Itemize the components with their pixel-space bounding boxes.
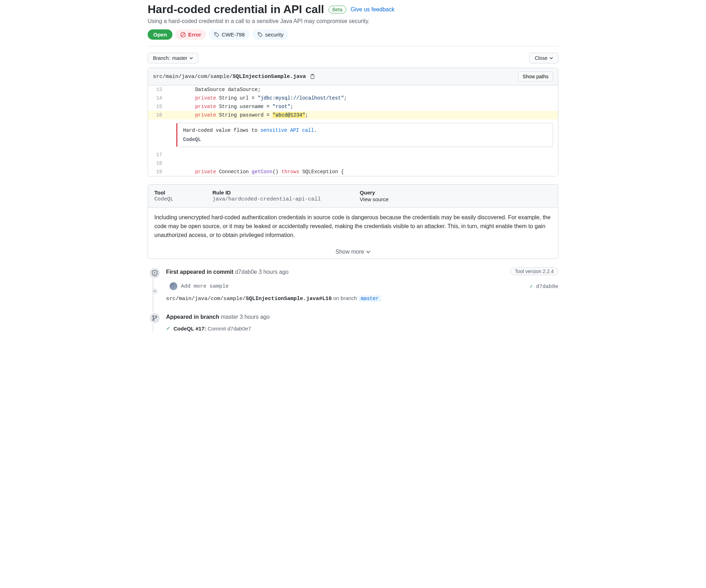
on-branch-text: on branch — [333, 295, 357, 301]
meta-tool: Tool CodeQL — [154, 190, 173, 202]
keyword: private — [195, 112, 216, 118]
code-text: ; — [290, 104, 293, 109]
indent — [171, 112, 195, 118]
code-text: String password = — [216, 112, 273, 118]
line-number: 16 — [148, 111, 168, 119]
indent — [171, 104, 195, 109]
svg-point-2 — [215, 33, 216, 34]
check-icon: ✓ — [530, 284, 533, 290]
chevron-down-icon — [366, 250, 370, 253]
commit-message[interactable]: Add more sample — [181, 283, 229, 289]
workflow-run[interactable]: ✓ CodeQL #17: Commit d7dab0e7 — [166, 325, 558, 332]
severity-badge: Error — [175, 29, 206, 40]
severity-text: Error — [188, 32, 201, 38]
view-source-link[interactable]: View source — [360, 196, 388, 202]
tool-version-badge: Tool version 2.2.4 — [510, 267, 558, 275]
tag-security[interactable]: security — [252, 29, 289, 40]
show-more-button[interactable]: Show more — [148, 245, 558, 259]
string: "root" — [273, 104, 290, 109]
commit-hash[interactable]: d7dab0e — [235, 269, 257, 275]
alert-box: Hard-coded value flows to sensitive API … — [176, 123, 553, 147]
code-text: Connection — [216, 169, 252, 175]
file-ref-prefix: src/main/java/com/sample/ — [166, 296, 246, 302]
alert-tool: CodeQL — [183, 137, 547, 142]
copy-path-button[interactable] — [309, 74, 315, 79]
file-name: SQLInjectionSample.java — [233, 74, 306, 80]
svg-line-1 — [182, 33, 185, 36]
no-entry-icon — [180, 32, 186, 38]
timeline-item-first-appeared: First appeared in commit d7dab0e 3 hours… — [149, 267, 558, 302]
code-text — [168, 151, 171, 159]
tag-icon — [257, 32, 263, 38]
keyword: private — [195, 169, 216, 175]
meta-value: CodeQL — [154, 196, 173, 202]
run-text: Commit d7dab0e7 — [207, 326, 251, 332]
svg-point-7 — [154, 274, 155, 275]
file-path-prefix: src/main/java/com/sample/ — [153, 74, 233, 80]
code-text: SQLException { — [299, 169, 344, 175]
event-title: First appeared in commit — [166, 269, 233, 275]
indent — [171, 87, 195, 92]
meta-label: Query — [360, 190, 388, 196]
git-branch-icon — [149, 312, 160, 324]
code-text: DataSource dataSource; — [195, 87, 261, 92]
code-text: ; — [305, 112, 308, 118]
show-paths-button[interactable]: Show paths — [518, 72, 553, 81]
svg-point-8 — [154, 290, 156, 292]
file-path[interactable]: src/main/java/com/sample/SQLInjectionSam… — [153, 74, 315, 80]
branch-chip[interactable]: master — [358, 295, 381, 302]
state-badge: Open — [148, 29, 172, 40]
details-description: Including unencrypted hard-coded authent… — [148, 208, 558, 245]
meta-query: Query View source — [360, 190, 388, 202]
event-time: 3 hours ago — [240, 314, 270, 320]
indent — [171, 169, 195, 175]
tag-icon — [214, 32, 220, 38]
string-highlighted: "abcd@1234" — [273, 112, 305, 118]
tag-label: security — [265, 32, 284, 38]
code-line: 17 — [148, 151, 558, 159]
branch-prefix: Branch: — [153, 55, 170, 61]
code-panel: src/main/java/com/sample/SQLInjectionSam… — [148, 68, 558, 176]
timeline-item-appeared-branch: Appeared in branch master 3 hours ago ✓ … — [149, 312, 558, 332]
line-number: 18 — [148, 159, 168, 168]
keyword: private — [195, 95, 216, 101]
tag-cwe[interactable]: CWE-798 — [209, 29, 250, 40]
code-text: () — [273, 169, 281, 175]
divider — [148, 46, 558, 46]
close-button[interactable]: Close — [529, 53, 558, 63]
meta-rule: Rule ID java/hardcoded-credential-api-ca… — [212, 190, 321, 202]
commit-status[interactable]: ✓ d7dab0e — [530, 283, 558, 290]
branch-selector[interactable]: Branch: master — [148, 53, 198, 63]
branch-name[interactable]: master — [221, 314, 238, 320]
code-body: 13 DataSource dataSource; 14 private Str… — [148, 85, 558, 176]
close-label: Close — [535, 55, 547, 61]
file-ref-bold: SQLInjectionSample.java#L16 — [246, 296, 332, 302]
beta-badge: Beta — [329, 6, 347, 13]
feedback-link[interactable]: Give us feedback — [351, 6, 394, 13]
tag-label: CWE-798 — [222, 32, 245, 38]
line-number: 15 — [148, 102, 168, 111]
check-icon: ✓ — [166, 325, 171, 332]
file-reference[interactable]: src/main/java/com/sample/SQLInjectionSam… — [166, 295, 558, 302]
code-line: 19 private Connection getConn() throws S… — [148, 168, 558, 176]
line-number: 19 — [148, 168, 168, 176]
details-panel: Tool CodeQL Rule ID java/hardcoded-crede… — [148, 184, 558, 259]
line-number: 17 — [148, 151, 168, 159]
clipboard-icon — [309, 74, 315, 79]
alert-text: Hard-coded value flows to — [183, 128, 260, 133]
alert-link[interactable]: sensitive API call — [260, 128, 314, 133]
shield-alert-icon — [149, 267, 160, 279]
keyword: private — [195, 104, 216, 109]
code-line: 13 DataSource dataSource; — [148, 85, 558, 94]
code-line: 18 — [148, 159, 558, 168]
caret-down-icon — [550, 57, 553, 59]
commit-dot-icon — [152, 288, 158, 294]
event-time: 3 hours ago — [258, 269, 289, 275]
avatar[interactable] — [170, 282, 177, 290]
meta-value: java/hardcoded-credential-api-call — [212, 196, 321, 202]
svg-point-11 — [153, 316, 154, 317]
run-label: CodeQL #17: — [173, 326, 206, 332]
svg-point-12 — [153, 319, 154, 321]
string: "jdbc:mysql://localhost/test" — [258, 95, 344, 101]
code-text: ; — [344, 95, 347, 101]
